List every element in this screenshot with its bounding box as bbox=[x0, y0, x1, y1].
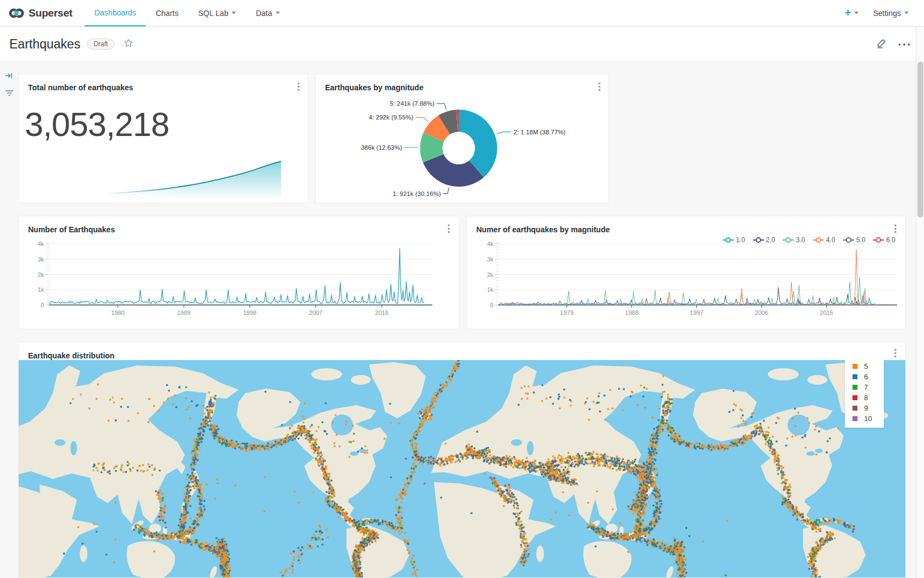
chevron-down-icon bbox=[854, 12, 859, 14]
legend-swatch bbox=[853, 385, 857, 390]
chart-menu-icon[interactable] bbox=[894, 348, 897, 360]
legend-label: 9 bbox=[864, 404, 868, 412]
top-nav: Superset DashboardsChartsSQL LabData + S… bbox=[0, 0, 924, 26]
chevron-down-icon bbox=[276, 12, 280, 14]
svg-text:2007: 2007 bbox=[309, 309, 322, 316]
brand-name: Superset bbox=[29, 7, 73, 19]
svg-text:1k: 1k bbox=[487, 286, 493, 293]
infinity-logo-icon bbox=[9, 7, 24, 20]
card-total-earthquakes: Total number of earthquakes 3,053,218 bbox=[18, 74, 308, 203]
legend-swatch bbox=[853, 416, 857, 421]
legend-swatch bbox=[853, 364, 857, 369]
scrollbar-thumb[interactable] bbox=[917, 62, 923, 217]
svg-text:2016: 2016 bbox=[375, 309, 388, 316]
tab-label: Charts bbox=[156, 9, 178, 18]
map-legend-item-5: 5 bbox=[853, 361, 884, 372]
legend-swatch bbox=[853, 374, 857, 379]
svg-text:1998: 1998 bbox=[243, 309, 256, 316]
map-legend-item-10: 10 bbox=[853, 413, 884, 424]
svg-text:3k: 3k bbox=[37, 256, 44, 263]
earthquakes-line-chart[interactable]: 01k2k3k4k19801989199820072016 bbox=[19, 216, 459, 329]
card-earthquake-distribution: Earthquake distribution bbox=[18, 342, 906, 578]
add-new-button[interactable]: + bbox=[845, 7, 859, 19]
nav-tabs: DashboardsChartsSQL LabData bbox=[85, 0, 290, 26]
edit-dashboard-icon[interactable] bbox=[876, 37, 888, 51]
svg-text:0: 0 bbox=[490, 302, 493, 308]
svg-text:3k: 3k bbox=[487, 256, 493, 263]
chart-menu-icon[interactable] bbox=[598, 82, 601, 94]
tab-label: Data bbox=[256, 9, 272, 18]
svg-text:2: 1.18M (38.77%): 2: 1.18M (38.77%) bbox=[514, 129, 566, 135]
superset-logo[interactable]: Superset bbox=[9, 7, 73, 20]
tab-sql-lab[interactable]: SQL Lab bbox=[188, 0, 246, 26]
map-legend-item-8: 8 bbox=[853, 392, 884, 403]
tab-dashboards[interactable]: Dashboards bbox=[85, 0, 146, 26]
svg-text:2015: 2015 bbox=[820, 309, 833, 316]
chart-menu-icon[interactable] bbox=[298, 82, 300, 94]
svg-text:4: 292k (9.55%): 4: 292k (9.55%) bbox=[369, 114, 413, 121]
svg-text:2006: 2006 bbox=[755, 309, 768, 316]
favorite-star-icon[interactable] bbox=[123, 38, 134, 51]
svg-text:1: 921k (30.16%): 1: 921k (30.16%) bbox=[393, 190, 441, 197]
scrollbar bbox=[916, 26, 924, 578]
magnitude-series-chart[interactable]: 01k2k3k4k19791988199720062015 bbox=[467, 216, 905, 329]
legend-swatch bbox=[853, 406, 857, 411]
svg-text:1989: 1989 bbox=[177, 309, 190, 316]
big-number-value: 3,053,218 bbox=[25, 105, 169, 144]
world-map[interactable] bbox=[19, 360, 906, 578]
magnitude-donut-chart[interactable]: 2: 1.18M (38.77%)1: 921k (30.16%)3: 386k… bbox=[360, 93, 607, 203]
chart-title: Total number of earthquakes bbox=[28, 83, 133, 92]
card-number-of-earthquakes: Number of Earthquakes 01k2k3k4k198019891… bbox=[18, 216, 459, 329]
trend-sparkline bbox=[22, 158, 300, 201]
plus-icon: + bbox=[845, 7, 851, 19]
svg-text:1997: 1997 bbox=[690, 309, 703, 316]
svg-text:1980: 1980 bbox=[111, 309, 124, 316]
dashboard-header: Earthquakes Draft bbox=[0, 27, 924, 62]
legend-swatch bbox=[853, 395, 857, 400]
legend-label: 6 bbox=[864, 373, 868, 381]
legend-label: 7 bbox=[864, 383, 868, 391]
svg-text:4k: 4k bbox=[37, 241, 44, 247]
svg-text:2k: 2k bbox=[487, 271, 493, 278]
svg-text:0: 0 bbox=[41, 302, 44, 308]
legend-label: 8 bbox=[864, 394, 868, 402]
svg-text:2k: 2k bbox=[37, 271, 44, 278]
svg-text:1979: 1979 bbox=[560, 309, 573, 316]
map-legend: 5 6 7 8 9 10 bbox=[845, 356, 884, 428]
card-earthquakes-by-magnitude: Earthquakes by magnitude 2: 1.18M (38.77… bbox=[315, 74, 609, 203]
legend-label: 5 bbox=[864, 362, 868, 370]
status-badge: Draft bbox=[87, 39, 114, 50]
filter-rail bbox=[0, 62, 18, 578]
page-title: Earthquakes bbox=[9, 37, 80, 52]
chevron-down-icon bbox=[232, 12, 236, 14]
chart-title: Earthquake distribution bbox=[28, 351, 114, 360]
svg-text:5: 241k (7.88%): 5: 241k (7.88%) bbox=[390, 100, 435, 107]
svg-text:1988: 1988 bbox=[625, 309, 638, 316]
chevron-down-icon bbox=[904, 12, 909, 14]
chart-title: Earthquakes by magnitude bbox=[325, 83, 424, 92]
map-legend-item-6: 6 bbox=[853, 372, 884, 382]
tab-charts[interactable]: Charts bbox=[146, 0, 188, 26]
tab-label: SQL Lab bbox=[198, 9, 228, 18]
expand-filter-bar-icon[interactable] bbox=[0, 68, 18, 83]
more-actions-icon[interactable] bbox=[898, 39, 911, 49]
settings-label: Settings bbox=[873, 9, 901, 18]
map-legend-item-9: 9 bbox=[853, 403, 884, 413]
map-legend-item-7: 7 bbox=[853, 382, 884, 392]
tab-data[interactable]: Data bbox=[246, 0, 290, 26]
legend-label: 10 bbox=[864, 415, 872, 423]
svg-text:3: 386k (12.63%): 3: 386k (12.63%) bbox=[360, 144, 402, 151]
settings-menu[interactable]: Settings bbox=[873, 9, 909, 18]
tab-label: Dashboards bbox=[95, 8, 136, 17]
svg-text:4k: 4k bbox=[487, 241, 493, 247]
svg-text:1k: 1k bbox=[37, 286, 44, 293]
card-earthquakes-by-magnitude-series: Numer of earthquakes by magnitude 1.0 2.… bbox=[466, 216, 906, 329]
filter-icon[interactable] bbox=[0, 86, 18, 100]
